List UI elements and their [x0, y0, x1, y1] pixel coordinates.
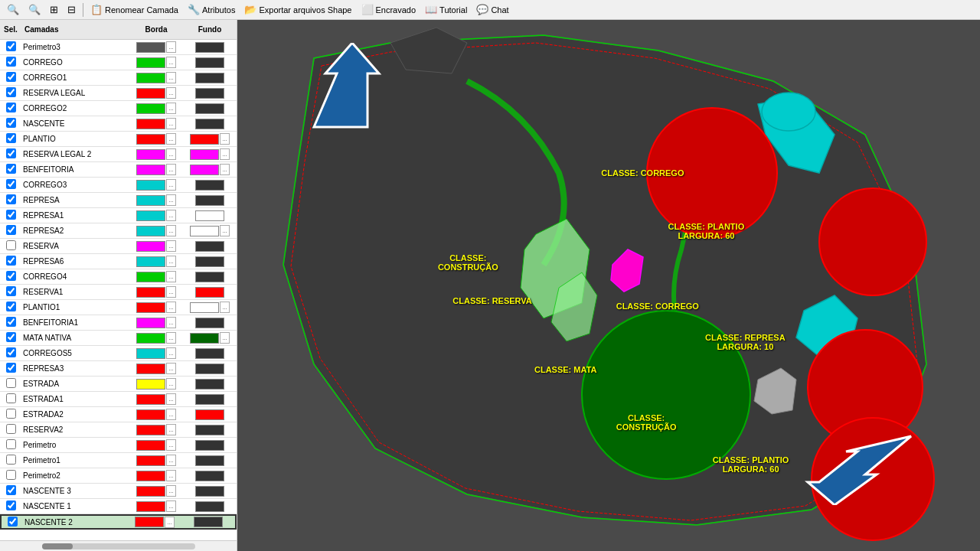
borda-swatch[interactable]	[136, 42, 165, 53]
fundo-swatch[interactable]	[195, 440, 224, 451]
layer-checkbox[interactable]	[6, 271, 16, 281]
layer-checkbox[interactable]	[8, 517, 18, 527]
layer-checkbox[interactable]	[6, 470, 16, 480]
borda-dots-button[interactable]: ...	[166, 439, 176, 451]
fundo-swatch[interactable]	[190, 134, 219, 145]
fundo-dots-button[interactable]: ...	[220, 225, 230, 236]
layer-checkbox[interactable]	[6, 210, 16, 220]
fundo-swatch[interactable]	[195, 42, 224, 53]
borda-dots-button[interactable]: ...	[166, 41, 176, 53]
fundo-swatch[interactable]	[195, 73, 224, 83]
layer-checkbox[interactable]	[6, 118, 16, 128]
borda-dots-button[interactable]: ...	[166, 103, 176, 114]
layer-checkbox[interactable]	[6, 164, 16, 174]
fundo-swatch[interactable]	[195, 180, 224, 191]
layer-checkbox[interactable]	[6, 225, 16, 235]
layer-checkbox[interactable]	[6, 393, 16, 403]
borda-swatch[interactable]	[136, 379, 165, 390]
borda-swatch[interactable]	[136, 180, 165, 191]
borda-swatch[interactable]	[136, 103, 165, 114]
layer-checkbox[interactable]	[6, 455, 16, 465]
fundo-swatch[interactable]	[195, 455, 224, 466]
fundo-swatch[interactable]	[195, 210, 224, 221]
fundo-swatch[interactable]	[190, 149, 219, 160]
layer-checkbox[interactable]	[6, 424, 16, 434]
fundo-dots-button[interactable]: ...	[220, 302, 230, 313]
borda-dots-button[interactable]: ...	[166, 72, 176, 83]
borda-dots-button[interactable]: ...	[166, 194, 176, 206]
borda-swatch[interactable]	[136, 455, 165, 466]
borda-dots-button[interactable]: ...	[166, 302, 176, 313]
borda-dots-button[interactable]: ...	[166, 179, 176, 191]
layer-checkbox[interactable]	[6, 87, 16, 97]
borda-dots-button[interactable]: ...	[166, 485, 176, 497]
attributes-button[interactable]: 🔧 Atributos	[184, 2, 239, 17]
fundo-swatch[interactable]	[195, 287, 224, 298]
borda-swatch[interactable]	[136, 73, 165, 83]
fundo-dots-button[interactable]: ...	[220, 148, 230, 160]
fundo-swatch[interactable]	[195, 348, 224, 359]
borda-dots-button[interactable]: ...	[166, 210, 176, 221]
borda-swatch[interactable]	[136, 195, 165, 206]
borda-swatch[interactable]	[136, 364, 165, 374]
layer-checkbox[interactable]	[6, 57, 16, 67]
borda-swatch[interactable]	[136, 486, 165, 497]
fundo-swatch[interactable]	[195, 272, 224, 282]
export-button[interactable]: 📂 Exportar arquivos Shape	[240, 2, 355, 17]
borda-dots-button[interactable]: ...	[166, 225, 176, 236]
fundo-swatch[interactable]	[195, 364, 224, 374]
borda-swatch[interactable]	[136, 241, 165, 252]
encravado-button[interactable]: ⬜ Encravado	[358, 2, 420, 17]
borda-dots-button[interactable]: ...	[166, 118, 176, 129]
borda-swatch[interactable]	[136, 348, 165, 359]
layer-checkbox[interactable]	[6, 179, 16, 189]
fundo-swatch[interactable]	[195, 241, 224, 252]
borda-swatch[interactable]	[136, 425, 165, 435]
layer-checkbox[interactable]	[6, 409, 16, 419]
fundo-swatch[interactable]	[195, 409, 224, 420]
borda-swatch[interactable]	[136, 409, 165, 420]
layer-checkbox[interactable]	[6, 103, 16, 112]
borda-dots-button[interactable]: ...	[166, 332, 176, 344]
borda-swatch[interactable]	[136, 57, 165, 68]
borda-dots-button[interactable]: ...	[166, 363, 176, 374]
layer-checkbox[interactable]	[6, 286, 16, 296]
borda-dots-button[interactable]: ...	[166, 347, 176, 359]
borda-swatch[interactable]	[136, 226, 165, 236]
zoom-out-button[interactable]: 🔍	[24, 2, 44, 17]
borda-swatch[interactable]	[136, 256, 165, 267]
fundo-swatch[interactable]	[195, 103, 224, 114]
borda-swatch[interactable]	[136, 501, 165, 512]
fundo-swatch[interactable]	[195, 501, 224, 512]
layer-checkbox[interactable]	[6, 363, 16, 373]
borda-swatch[interactable]	[136, 302, 165, 313]
borda-dots-button[interactable]: ...	[166, 500, 176, 512]
borda-swatch[interactable]	[136, 440, 165, 451]
fundo-dots-button[interactable]: ...	[220, 164, 230, 175]
borda-dots-button[interactable]: ...	[166, 164, 176, 175]
borda-swatch[interactable]	[136, 210, 165, 221]
layer-checkbox[interactable]	[6, 378, 16, 388]
fundo-swatch[interactable]	[195, 256, 224, 267]
fundo-swatch[interactable]	[190, 165, 219, 175]
borda-dots-button[interactable]: ...	[166, 455, 176, 466]
layer-checkbox[interactable]	[6, 41, 16, 51]
chat-button[interactable]: 💬 Chat	[472, 2, 512, 17]
fundo-swatch[interactable]	[194, 517, 223, 527]
layer-checkbox[interactable]	[6, 256, 16, 266]
borda-dots-button[interactable]: ...	[166, 240, 176, 252]
zoom-fit-button[interactable]: ⊞	[46, 2, 62, 17]
layer-checkbox[interactable]	[6, 485, 16, 495]
borda-dots-button[interactable]: ...	[166, 470, 176, 481]
fundo-swatch[interactable]	[195, 486, 224, 497]
borda-dots-button[interactable]: ...	[166, 271, 176, 282]
borda-swatch[interactable]	[136, 394, 165, 405]
fundo-swatch[interactable]	[190, 302, 219, 313]
map-area[interactable]: CLASSE: CORREGO CLASSE: PLANTIOLARGURA: …	[237, 20, 980, 551]
layer-checkbox[interactable]	[6, 500, 16, 510]
borda-dots-button[interactable]: ...	[166, 286, 176, 298]
borda-dots-button[interactable]: ...	[165, 517, 175, 528]
layer-checkbox[interactable]	[6, 194, 16, 204]
borda-dots-button[interactable]: ...	[166, 317, 176, 328]
fundo-swatch[interactable]	[195, 318, 224, 328]
